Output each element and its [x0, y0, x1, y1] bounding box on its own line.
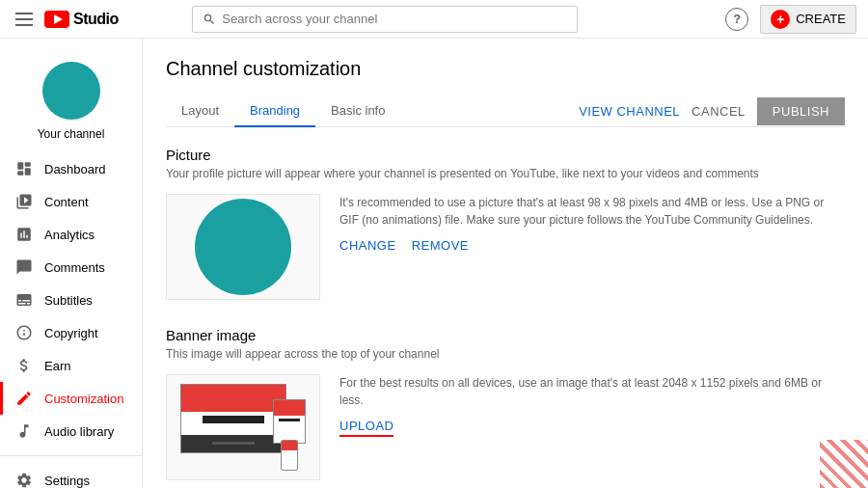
search-icon	[203, 13, 216, 26]
comments-icon	[15, 258, 33, 276]
banner-section-desc: This image will appear across the top of…	[166, 347, 845, 361]
sidebar-item-customization[interactable]: Customization	[0, 382, 142, 415]
banner-info-text: For the best results on all devices, use…	[339, 374, 845, 409]
picture-section-desc: Your profile picture will appear where y…	[166, 167, 845, 180]
settings-icon	[15, 472, 33, 488]
settings-label: Settings	[44, 474, 90, 488]
help-button[interactable]: ?	[725, 8, 748, 31]
sidebar-item-copyright[interactable]: Copyright	[0, 316, 142, 349]
nav-right: ? CREATE	[725, 5, 856, 34]
banner-section: Banner image This image will appear acro…	[166, 327, 845, 480]
customization-label: Customization	[44, 392, 123, 406]
banner-section-body: For the best results on all devices, use…	[166, 374, 845, 480]
dashboard-icon	[15, 160, 33, 177]
studio-text: Studio	[73, 11, 119, 28]
page-wrapper: Your channel Dashboard Content Analytics	[0, 39, 868, 488]
banner-desktop-red	[181, 385, 285, 412]
tabs-bar: Layout Branding Basic info VIEW CHANNEL …	[166, 95, 845, 127]
picture-section-title: Picture	[166, 147, 845, 163]
sidebar-divider	[0, 455, 142, 456]
create-icon	[771, 10, 790, 29]
banner-preview-box	[166, 374, 320, 480]
search-bar[interactable]	[192, 6, 578, 33]
analytics-icon	[15, 226, 33, 243]
sidebar-item-subtitles[interactable]: Subtitles	[0, 284, 142, 316]
banner-desktop-line	[212, 442, 254, 445]
subtitles-label: Subtitles	[44, 293, 93, 308]
dashboard-label: Dashboard	[44, 162, 106, 176]
tab-basic-info[interactable]: Basic info	[315, 95, 400, 127]
banner-illustration	[180, 384, 306, 471]
avatar	[42, 62, 100, 120]
comments-label: Comments	[44, 260, 105, 275]
remove-picture-button[interactable]: REMOVE	[412, 238, 469, 253]
create-button[interactable]: CREATE	[760, 5, 856, 34]
analytics-label: Analytics	[44, 228, 95, 242]
audio-library-label: Audio library	[44, 424, 114, 439]
top-navigation: Studio ? CREATE	[0, 0, 868, 39]
sidebar-item-settings[interactable]: Settings	[0, 464, 142, 488]
cancel-button[interactable]: CANCEL	[692, 104, 746, 119]
picture-section-body: It's recommended to use a picture that's…	[166, 194, 845, 300]
view-channel-button[interactable]: VIEW CHANNEL	[579, 104, 680, 119]
channel-avatar-section: Your channel	[0, 46, 142, 152]
page-title: Channel customization	[166, 58, 845, 80]
tab-layout[interactable]: Layout	[166, 95, 234, 127]
customization-icon	[15, 390, 33, 407]
hamburger-menu[interactable]	[12, 9, 37, 30]
earn-label: Earn	[44, 359, 70, 373]
tab-branding[interactable]: Branding	[234, 95, 315, 127]
audio-library-icon	[15, 422, 33, 440]
create-label: CREATE	[796, 12, 846, 26]
youtube-icon	[44, 11, 69, 28]
banner-tablet-red	[274, 400, 305, 416]
sidebar-item-content[interactable]: Content	[0, 185, 142, 218]
banner-mobile-red	[282, 441, 297, 450]
banner-section-title: Banner image	[166, 327, 845, 343]
sidebar-item-analytics[interactable]: Analytics	[0, 218, 142, 251]
content-label: Content	[44, 195, 89, 209]
sidebar-item-earn[interactable]: Earn	[0, 349, 142, 382]
youtube-logo: Studio	[44, 11, 119, 28]
banner-desktop	[180, 384, 286, 453]
sidebar-item-comments[interactable]: Comments	[0, 251, 142, 284]
sidebar-item-dashboard[interactable]: Dashboard	[0, 152, 142, 185]
picture-info-text: It's recommended to use a picture that's…	[339, 194, 845, 229]
publish-button[interactable]: PUBLISH	[757, 97, 845, 125]
search-input[interactable]	[222, 12, 567, 26]
tab-actions: VIEW CHANNEL CANCEL PUBLISH	[579, 97, 845, 125]
picture-info: It's recommended to use a picture that's…	[339, 194, 845, 300]
nav-left: Studio	[12, 9, 119, 30]
sidebar-item-audio-library[interactable]: Audio library	[0, 415, 142, 447]
banner-info: For the best results on all devices, use…	[339, 374, 845, 480]
banner-tablet-bar	[279, 419, 300, 421]
banner-actions: UPLOAD	[339, 419, 845, 437]
upload-banner-button[interactable]: UPLOAD	[339, 419, 393, 437]
banner-mobile	[281, 440, 298, 471]
earn-icon	[15, 357, 33, 374]
picture-section: Picture Your profile picture will appear…	[166, 147, 845, 300]
subtitles-icon	[15, 291, 33, 309]
copyright-label: Copyright	[44, 326, 98, 340]
banner-desktop-bar	[203, 416, 265, 423]
sidebar: Your channel Dashboard Content Analytics	[0, 39, 143, 488]
channel-name: Your channel	[38, 127, 105, 141]
picture-preview-box	[166, 194, 320, 300]
banner-tablet	[273, 399, 306, 444]
copyright-icon	[15, 324, 33, 341]
picture-actions: CHANGE REMOVE	[339, 238, 845, 253]
change-picture-button[interactable]: CHANGE	[339, 238, 396, 253]
profile-picture-preview	[195, 199, 291, 295]
content-icon	[15, 193, 33, 210]
main-content: Channel customization Layout Branding Ba…	[143, 39, 868, 488]
